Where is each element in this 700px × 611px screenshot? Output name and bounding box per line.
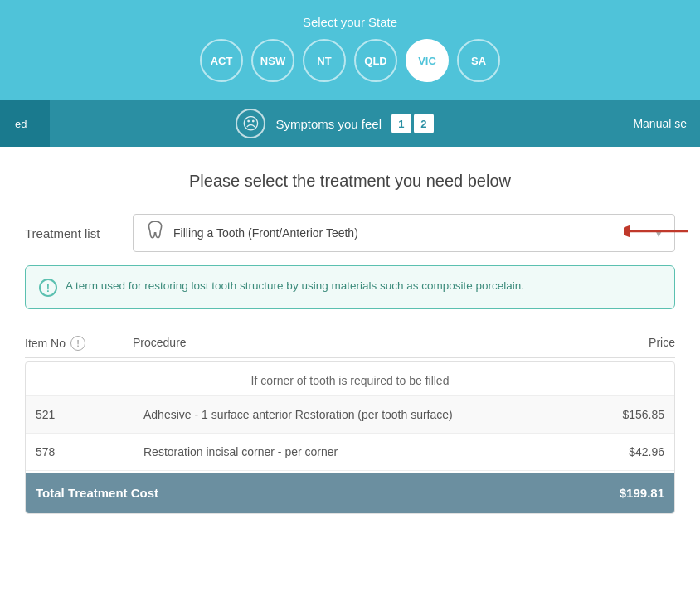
nav-bar: ed ☹ Symptoms you feel 1 2 Manual se: [0, 100, 700, 147]
rows-wrapper: If corner of tooth is required to be fil…: [25, 361, 675, 514]
info-icon: !: [39, 279, 57, 297]
info-text: A term used for restoring lost tooth str…: [66, 278, 524, 294]
col-itemno-header: Item No !: [25, 336, 133, 351]
treatment-table: Item No ! Procedure Price If corner of t…: [25, 329, 675, 514]
treatment-value: Filling a Tooth (Front/Anterior Teeth): [173, 226, 653, 240]
tooth-icon: [143, 220, 165, 246]
select-state-label: Select your State: [17, 15, 683, 29]
state-btn-nsw[interactable]: NSW: [251, 39, 294, 82]
itemno-info-badge[interactable]: !: [70, 336, 85, 351]
total-price: $199.81: [620, 486, 664, 500]
state-btn-act[interactable]: ACT: [200, 39, 243, 82]
treatment-row: Treatment list Filling a Tooth (Front/An…: [25, 214, 675, 252]
itemno-578: 578: [36, 445, 143, 458]
price-521: $156.85: [581, 408, 664, 421]
itemno-521: 521: [36, 408, 143, 421]
main-title: Please select the treatment you need bel…: [25, 172, 675, 191]
step-1-badge: 1: [391, 114, 411, 133]
top-header: Select your State ACT NSW NT QLD VIC SA: [0, 0, 700, 100]
annotation-arrow: [624, 219, 690, 247]
nav-center-label: Symptoms you feel: [275, 117, 382, 131]
treatment-label: Treatment list: [25, 226, 133, 240]
state-btn-qld[interactable]: QLD: [354, 39, 397, 82]
table-header: Item No ! Procedure Price: [25, 329, 675, 358]
col-procedure-header: Procedure: [133, 336, 592, 351]
nav-item-center: ☹ Symptoms you feel 1 2: [50, 109, 620, 138]
main-content: Please select the treatment you need bel…: [0, 147, 700, 539]
state-btn-sa[interactable]: SA: [457, 39, 500, 82]
state-buttons: ACT NSW NT QLD VIC SA: [17, 39, 683, 82]
step-2-badge: 2: [414, 114, 434, 133]
sad-face-icon: ☹: [236, 109, 265, 138]
state-btn-nt[interactable]: NT: [303, 39, 346, 82]
price-578: $42.96: [581, 445, 664, 458]
procedure-578: Restoration incisal corner - per corner: [143, 445, 581, 458]
state-btn-vic[interactable]: VIC: [406, 39, 449, 82]
nav-step-numbers: 1 2: [391, 114, 434, 133]
nav-item-left[interactable]: ed: [0, 100, 50, 147]
procedure-521: Adhesive - 1 surface anterior Restoratio…: [143, 408, 581, 421]
col-price-header: Price: [592, 336, 675, 351]
total-row: Total Treatment Cost $199.81: [26, 473, 674, 513]
nav-item-right[interactable]: Manual se: [620, 117, 700, 130]
total-label: Total Treatment Cost: [36, 486, 620, 500]
treatment-select[interactable]: Filling a Tooth (Front/Anterior Teeth) ▼: [133, 214, 675, 252]
info-box: ! A term used for restoring lost tooth s…: [25, 265, 675, 309]
table-row: 521 Adhesive - 1 surface anterior Restor…: [26, 396, 674, 434]
section-header-row: If corner of tooth is required to be fil…: [26, 362, 674, 396]
table-row: 578 Restoration incisal corner - per cor…: [26, 434, 674, 471]
